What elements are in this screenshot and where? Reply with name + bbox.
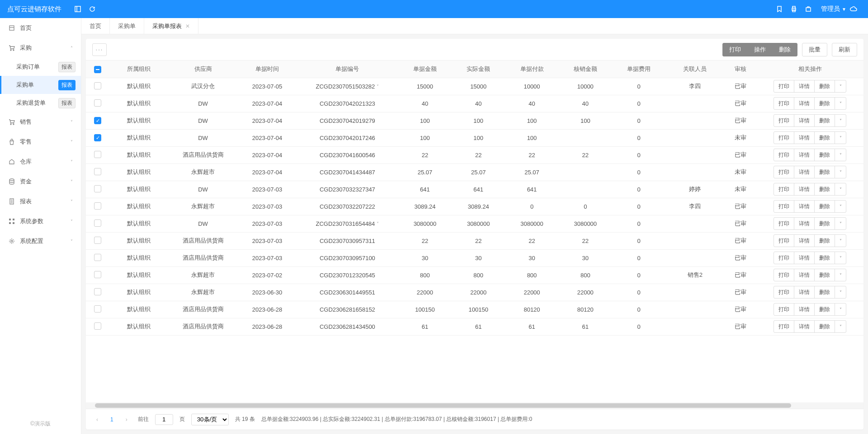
sidebar-item-4[interactable]: 仓库˅	[0, 152, 81, 172]
row-print-button[interactable]: 打印	[774, 234, 794, 247]
row-detail-button[interactable]: 详情	[794, 166, 815, 178]
row-print-button[interactable]: 打印	[774, 97, 794, 110]
row-print-button[interactable]: 打印	[774, 303, 794, 316]
sidebar-sub-1-0[interactable]: 采购订单报表	[0, 58, 81, 76]
doc-no-link[interactable]: CGD2307012320545	[320, 272, 375, 279]
briefcase-icon[interactable]	[804, 5, 813, 14]
row-more-button[interactable]: ˅	[835, 200, 846, 213]
row-print-button[interactable]: 打印	[774, 286, 794, 299]
row-more-button[interactable]: ˅	[835, 269, 846, 281]
expand-icon[interactable]	[73, 5, 82, 14]
sidebar-item-2[interactable]: 销售˅	[0, 112, 81, 132]
row-detail-button[interactable]: 详情	[794, 149, 815, 161]
row-delete-button[interactable]: 删除	[814, 114, 835, 127]
row-more-button[interactable]: ˅	[835, 303, 846, 316]
sidebar-sub-1-1[interactable]: 采购单报表	[0, 76, 81, 94]
close-icon[interactable]: ✕	[185, 23, 190, 29]
row-delete-button[interactable]: 删除	[814, 286, 835, 299]
doc-no-link[interactable]: CGD2307042019279	[320, 117, 375, 124]
row-delete-button[interactable]: 删除	[814, 183, 835, 196]
report-badge[interactable]: 报表	[58, 62, 75, 72]
row-print-button[interactable]: 打印	[774, 269, 794, 281]
row-delete-button[interactable]: 删除	[814, 320, 835, 333]
doc-no-link[interactable]: CGD2307030957100	[320, 255, 375, 261]
row-print-button[interactable]: 打印	[774, 114, 794, 127]
row-delete-button[interactable]: 删除	[814, 149, 835, 161]
row-checkbox[interactable]	[94, 305, 101, 313]
row-more-button[interactable]: ˅	[835, 217, 846, 230]
report-badge[interactable]: 报表	[58, 98, 75, 108]
doc-no-link[interactable]: CGD2307041600546	[320, 152, 375, 159]
row-checkbox[interactable]	[94, 237, 101, 244]
select-all-checkbox[interactable]	[94, 66, 101, 73]
row-print-button[interactable]: 打印	[774, 131, 794, 144]
page-current[interactable]: 1	[108, 416, 115, 423]
row-more-button[interactable]: ˅	[835, 131, 846, 144]
row-print-button[interactable]: 打印	[774, 183, 794, 196]
page-next[interactable]: ›	[122, 415, 132, 425]
row-delete-button[interactable]: 删除	[814, 269, 835, 281]
row-checkbox[interactable]	[94, 271, 101, 278]
tab-1[interactable]: 采购单	[110, 18, 144, 34]
print-icon[interactable]	[789, 5, 798, 14]
row-checkbox[interactable]	[94, 288, 101, 295]
row-more-button[interactable]: ˅	[835, 320, 846, 333]
page-size-select[interactable]: 30条/页	[191, 414, 229, 425]
row-delete-button[interactable]: 删除	[814, 252, 835, 264]
row-more-button[interactable]: ˅	[835, 149, 846, 161]
page-prev[interactable]: ‹	[92, 415, 102, 425]
row-more-button[interactable]: ˅	[835, 114, 846, 127]
doc-no-link[interactable]: ZCGD2307051503282 ˅	[316, 83, 379, 90]
row-detail-button[interactable]: 详情	[794, 114, 815, 127]
row-detail-button[interactable]: 详情	[794, 183, 815, 196]
row-delete-button[interactable]: 删除	[814, 200, 835, 213]
batch-button[interactable]: 批量	[802, 43, 827, 56]
print-button[interactable]: 打印	[722, 43, 748, 56]
row-detail-button[interactable]: 详情	[794, 286, 815, 299]
row-print-button[interactable]: 打印	[774, 166, 794, 178]
row-more-button[interactable]: ˅	[835, 234, 846, 247]
sidebar-item-6[interactable]: 报表˅	[0, 191, 81, 211]
sidebar-item-0[interactable]: 首页	[0, 18, 81, 38]
row-more-button[interactable]: ˅	[835, 97, 846, 110]
sidebar-item-8[interactable]: 系统配置˅	[0, 231, 81, 251]
row-detail-button[interactable]: 详情	[794, 320, 815, 333]
sidebar-item-7[interactable]: 系统参数˅	[0, 211, 81, 231]
doc-no-link[interactable]: CGD2306301449551	[320, 289, 375, 296]
sidebar-item-3[interactable]: 零售˅	[0, 132, 81, 152]
row-checkbox[interactable]	[94, 82, 101, 89]
report-badge[interactable]: 报表	[58, 80, 75, 90]
bookmark-icon[interactable]	[775, 5, 784, 14]
doc-no-link[interactable]: CGD2306281434500	[320, 323, 375, 330]
goto-input[interactable]	[155, 414, 173, 425]
horizontal-scrollbar[interactable]	[86, 402, 863, 409]
row-checkbox[interactable]	[94, 99, 101, 107]
row-print-button[interactable]: 打印	[774, 252, 794, 264]
row-delete-button[interactable]: 删除	[814, 80, 835, 93]
row-detail-button[interactable]: 详情	[794, 269, 815, 281]
sidebar-sub-1-2[interactable]: 采购退货单报表	[0, 94, 81, 112]
doc-no-link[interactable]: CGD2307030957311	[320, 238, 375, 244]
row-delete-button[interactable]: 删除	[814, 166, 835, 178]
row-print-button[interactable]: 打印	[774, 149, 794, 161]
tab-2[interactable]: 采购单报表✕	[144, 18, 198, 34]
row-detail-button[interactable]: 详情	[794, 80, 815, 93]
row-detail-button[interactable]: 详情	[794, 303, 815, 316]
row-checkbox[interactable]	[94, 322, 101, 330]
row-checkbox[interactable]	[94, 168, 101, 175]
row-delete-button[interactable]: 删除	[814, 303, 835, 316]
row-more-button[interactable]: ˅	[835, 166, 846, 178]
row-more-button[interactable]: ˅	[835, 183, 846, 196]
row-detail-button[interactable]: 详情	[794, 234, 815, 247]
row-checkbox[interactable]	[94, 202, 101, 210]
cloud-icon[interactable]	[849, 5, 858, 14]
delete-button[interactable]: 删除	[772, 43, 797, 56]
row-print-button[interactable]: 打印	[774, 217, 794, 230]
row-checkbox[interactable]	[94, 185, 101, 192]
doc-no-link[interactable]: CGD2307041434487	[320, 169, 375, 176]
row-delete-button[interactable]: 删除	[814, 131, 835, 144]
row-checkbox[interactable]	[94, 219, 101, 227]
row-print-button[interactable]: 打印	[774, 200, 794, 213]
refresh-icon[interactable]	[88, 5, 97, 14]
row-more-button[interactable]: ˅	[835, 80, 846, 93]
